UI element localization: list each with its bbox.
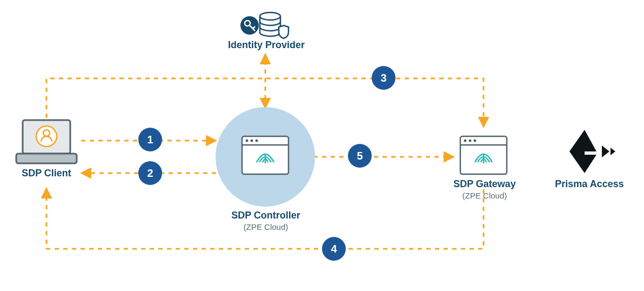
sdp-controller-title: SDP Controller (231, 210, 300, 221)
svg-point-6 (246, 140, 249, 142)
sdp-client-label: SDP Client (11, 168, 82, 179)
sdp-controller-label: SDP Controller (ZPE Cloud) (216, 210, 316, 232)
sdp-gateway-subtitle: (ZPE Cloud) (439, 191, 531, 200)
step-2-badge: 2 (138, 161, 162, 185)
gateway-browser-icon (460, 136, 507, 174)
svg-marker-21 (569, 130, 585, 173)
svg-marker-23 (585, 155, 596, 173)
svg-point-14 (474, 140, 477, 142)
svg-marker-24 (602, 146, 609, 157)
identity-provider-label: Identity Provider (219, 39, 314, 51)
svg-point-7 (251, 140, 253, 142)
svg-point-13 (469, 140, 472, 142)
prisma-access-label: Prisma Access (549, 178, 630, 190)
svg-point-12 (464, 140, 467, 142)
sdp-gateway-label: SDP Gateway (ZPE Cloud) (439, 178, 531, 200)
sdp-gateway-title: SDP Gateway (453, 178, 516, 189)
step-3-badge: 3 (372, 66, 395, 90)
svg-marker-22 (585, 130, 596, 151)
prisma-access-icon (569, 130, 615, 173)
svg-marker-25 (611, 148, 615, 155)
svg-point-8 (256, 140, 258, 142)
step-5-badge: 5 (348, 144, 372, 168)
step-1-badge: 1 (138, 128, 162, 151)
identity-provider-icon (240, 12, 289, 38)
svg-point-16 (260, 12, 280, 20)
controller-browser-icon (242, 136, 289, 174)
step-4-badge: 4 (322, 237, 346, 261)
svg-rect-1 (16, 154, 77, 163)
sdp-controller-subtitle: (ZPE Cloud) (216, 222, 316, 232)
sdp-client-icon (16, 120, 77, 163)
